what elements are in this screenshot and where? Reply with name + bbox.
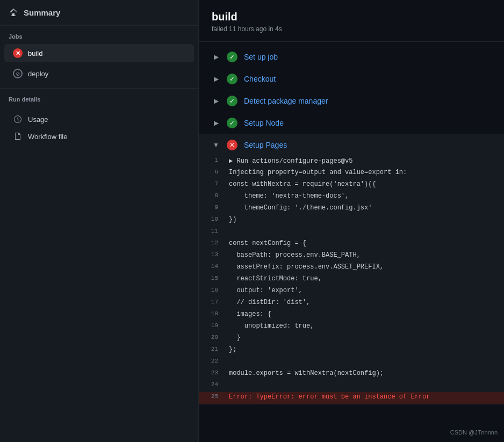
step-setup-node[interactable]: ▶ ✓ Setup Node <box>199 112 504 134</box>
code-block: 1▶ Run actions/configure-pages@v56Inject… <box>199 156 504 404</box>
line-content: const nextConfig = { <box>225 238 504 248</box>
line-content: Error: TypeError: error must be an insta… <box>225 392 504 402</box>
line-number: 7 <box>199 179 225 188</box>
line-number: 17 <box>199 298 225 306</box>
code-line: 23module.exports = withNextra(nextConfig… <box>199 368 504 380</box>
step-set-up-job[interactable]: ▶ ✓ Set up job <box>199 46 504 68</box>
run-details-section: Usage Workflow file <box>0 106 198 150</box>
workflow-file-item[interactable]: Workflow file <box>9 128 190 144</box>
line-number: 9 <box>199 203 225 212</box>
code-line: 18 images: { <box>199 309 504 321</box>
line-content: }) <box>225 215 504 224</box>
build-label: build <box>28 49 42 57</box>
line-number: 23 <box>199 368 225 377</box>
home-icon <box>9 8 18 17</box>
code-line: 15 reactStrictMode: true, <box>199 274 504 286</box>
build-error-icon: ✕ <box>13 48 23 58</box>
step-success-icon: ✓ <box>227 96 237 106</box>
line-content: }; <box>225 345 504 354</box>
step-label: Detect package manager <box>244 97 328 105</box>
step-success-icon: ✓ <box>227 118 237 128</box>
code-line: 7const withNextra = require('nextra')({ <box>199 179 504 191</box>
jobs-section-label: Jobs <box>0 26 198 43</box>
usage-item[interactable]: Usage <box>9 111 190 127</box>
run-details-label: Run details <box>0 89 198 106</box>
workflow-file-label: Workflow file <box>28 133 67 141</box>
step-detect-package-manager[interactable]: ▶ ✓ Detect package manager <box>199 90 504 112</box>
code-line: 22 <box>199 357 504 368</box>
step-label: Set up job <box>244 53 278 61</box>
code-line: 10}) <box>199 215 504 227</box>
chevron-right-icon: ▶ <box>212 119 220 127</box>
line-number: 10 <box>199 215 225 223</box>
build-meta: failed 11 hours ago in 4s <box>212 25 491 33</box>
line-content: reactStrictMode: true, <box>225 274 504 284</box>
line-number: 20 <box>199 333 225 342</box>
code-line: 16 output: 'export', <box>199 286 504 298</box>
line-content: unoptimized: true, <box>225 321 504 331</box>
sidebar-item-build[interactable]: ✕ build <box>4 44 194 62</box>
file-icon <box>13 132 23 141</box>
line-number: 13 <box>199 250 225 259</box>
code-line: 11 <box>199 227 504 238</box>
line-number: 8 <box>199 191 225 200</box>
deploy-skip-icon: ⊘ <box>13 69 23 78</box>
line-number: 22 <box>199 357 225 365</box>
line-number: 18 <box>199 309 225 318</box>
chevron-down-icon: ▼ <box>212 141 220 149</box>
line-number: 11 <box>199 227 225 235</box>
code-line: 9 themeConfig: './theme.config.jsx' <box>199 203 504 215</box>
code-line: 8 theme: 'nextra-theme-docs', <box>199 191 504 203</box>
line-content <box>225 380 504 382</box>
line-content: Injecting property=output and value=expo… <box>225 168 504 177</box>
clock-icon <box>13 114 23 124</box>
sidebar: Summary Jobs ✕ build ⊘ deploy Run detail… <box>0 0 199 442</box>
line-content: const withNextra = require('nextra')({ <box>225 179 504 189</box>
line-number: 21 <box>199 345 225 353</box>
code-line: 1▶ Run actions/configure-pages@v5 <box>199 156 504 168</box>
code-line: 17 // distDir: 'dist', <box>199 298 504 309</box>
usage-label: Usage <box>28 115 48 124</box>
step-success-icon: ✓ <box>227 52 237 62</box>
sidebar-item-deploy[interactable]: ⊘ deploy <box>4 64 194 83</box>
line-content: // distDir: 'dist', <box>225 298 504 307</box>
line-number: 12 <box>199 238 225 247</box>
steps-list: ▶ ✓ Set up job ▶ ✓ Checkout ▶ ✓ Detect p… <box>199 42 504 409</box>
line-content <box>225 357 504 359</box>
code-line: 6Injecting property=output and value=exp… <box>199 168 504 179</box>
code-line: 13 basePath: process.env.BASE_PATH, <box>199 250 504 262</box>
line-content: } <box>225 333 504 343</box>
step-setup-pages[interactable]: ▼ ✕ Setup Pages <box>199 134 504 156</box>
sidebar-summary[interactable]: Summary <box>0 0 198 25</box>
code-line: 24 <box>199 380 504 392</box>
code-line: 14 assetPrefix: process.env.ASSET_PREFIX… <box>199 262 504 274</box>
line-content: theme: 'nextra-theme-docs', <box>225 191 504 201</box>
step-error-icon: ✕ <box>227 140 237 150</box>
deploy-label: deploy <box>28 70 48 78</box>
chevron-right-icon: ▶ <box>212 75 220 83</box>
line-number: 1 <box>199 156 225 164</box>
code-line: 12const nextConfig = { <box>199 238 504 250</box>
line-number: 24 <box>199 380 225 389</box>
line-content: basePath: process.env.BASE_PATH, <box>225 250 504 260</box>
line-number: 19 <box>199 321 225 330</box>
line-number: 15 <box>199 274 225 282</box>
watermark: CSDN @JTnnnnn <box>450 429 498 436</box>
line-number: 14 <box>199 262 225 271</box>
step-label: Setup Node <box>244 119 284 127</box>
code-line: 21}; <box>199 345 504 357</box>
line-content: module.exports = withNextra(nextConfig); <box>225 368 504 378</box>
chevron-right-icon: ▶ <box>212 53 220 61</box>
line-number: 6 <box>199 168 225 176</box>
line-number: 25 <box>199 392 225 401</box>
line-content <box>225 227 504 229</box>
line-content: ▶ Run actions/configure-pages@v5 <box>225 156 504 166</box>
sidebar-summary-label: Summary <box>24 8 60 17</box>
build-header: build failed 11 hours ago in 4s <box>199 0 504 42</box>
step-label: Checkout <box>244 75 276 83</box>
step-checkout[interactable]: ▶ ✓ Checkout <box>199 68 504 90</box>
step-success-icon: ✓ <box>227 74 237 84</box>
code-line: 20 } <box>199 333 504 345</box>
line-number: 16 <box>199 286 225 294</box>
code-line: 25Error: TypeError: error must be an ins… <box>199 392 504 404</box>
